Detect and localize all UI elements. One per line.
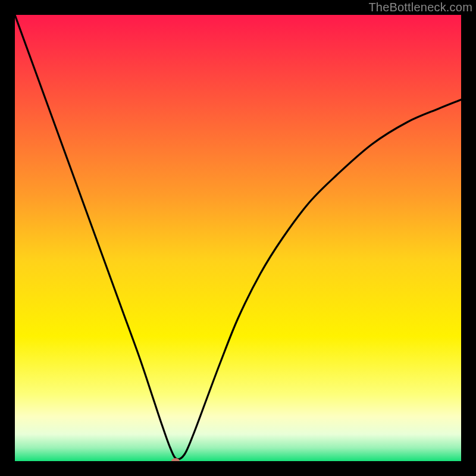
- gradient-background: [15, 15, 461, 461]
- watermark-text: TheBottleneck.com: [368, 1, 472, 14]
- plot-area: [15, 15, 461, 461]
- chart-frame: TheBottleneck.com: [0, 0, 476, 476]
- plot-svg: [15, 15, 461, 461]
